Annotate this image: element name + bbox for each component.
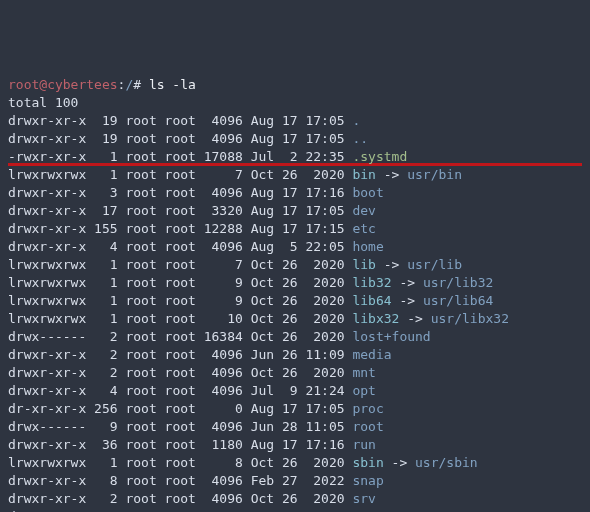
nlinks: 19 <box>86 113 125 128</box>
group: root <box>165 221 196 236</box>
ls-row: drwxr-xr-x 4 root root 4096 Jul 9 21:24 … <box>8 382 582 400</box>
nlinks: 8 <box>86 473 125 488</box>
nlinks: 1 <box>86 455 125 470</box>
owner: root <box>125 347 156 362</box>
nlinks: 19 <box>86 131 125 146</box>
perm: drwxr-xr-x <box>8 383 86 398</box>
date: Aug 5 22:05 <box>251 239 353 254</box>
size: 9 <box>196 293 251 308</box>
filename: lib <box>352 257 375 272</box>
group: root <box>165 401 196 416</box>
size: 4096 <box>196 419 251 434</box>
nlinks: 1 <box>86 275 125 290</box>
ls-row: -rwxr-xr-x 1 root root 17088 Jul 2 22:35… <box>8 148 582 166</box>
ls-row: lrwxrwxrwx 1 root root 7 Oct 26 2020 lib… <box>8 256 582 274</box>
perm: drwx------ <box>8 419 86 434</box>
total-label: total 100 <box>8 95 78 110</box>
perm: drwxr-xr-x <box>8 491 86 506</box>
filename: .systmd <box>352 149 407 164</box>
perm: drwxr-xr-x <box>8 473 86 488</box>
link-target: usr/bin <box>407 167 462 182</box>
group: root <box>165 293 196 308</box>
group: root <box>165 383 196 398</box>
owner: root <box>125 131 156 146</box>
perm: drwxr-xr-x <box>8 131 86 146</box>
owner: root <box>125 437 156 452</box>
ls-row: drwxr-xr-x 2 root root 4096 Oct 26 2020 … <box>8 490 582 508</box>
group: root <box>165 419 196 434</box>
date: Aug 17 17:15 <box>251 221 353 236</box>
date: Jul 2 22:35 <box>251 149 353 164</box>
filename: media <box>352 347 391 362</box>
perm: drwxr-xr-x <box>8 221 86 236</box>
owner: root <box>125 149 156 164</box>
nlinks: 155 <box>86 221 125 236</box>
filename: sbin <box>352 455 383 470</box>
ls-row: drwxr-xr-x 36 root root 1180 Aug 17 17:1… <box>8 436 582 454</box>
nlinks: 256 <box>86 401 125 416</box>
size: 4096 <box>196 239 251 254</box>
date: Oct 26 2020 <box>251 167 353 182</box>
perm: lrwxrwxrwx <box>8 167 86 182</box>
size: 17088 <box>196 149 251 164</box>
group: root <box>165 257 196 272</box>
size: 4096 <box>196 365 251 380</box>
nlinks: 17 <box>86 203 125 218</box>
ls-row: drwxr-xr-x 4 root root 4096 Aug 5 22:05 … <box>8 238 582 256</box>
command-text[interactable]: ls -la <box>149 77 196 92</box>
perm: lrwxrwxrwx <box>8 455 86 470</box>
date: Aug 17 17:05 <box>251 203 353 218</box>
filename: mnt <box>352 365 375 380</box>
filename: proc <box>352 401 383 416</box>
terminal[interactable]: root@cybertees:/# ls -latotal 100drwxr-x… <box>8 76 582 512</box>
ls-row: lrwxrwxrwx 1 root root 8 Oct 26 2020 sbi… <box>8 454 582 472</box>
filename: libx32 <box>352 311 399 326</box>
filename: root <box>352 419 383 434</box>
filename: snap <box>352 473 383 488</box>
size: 12288 <box>196 221 251 236</box>
ls-row: lrwxrwxrwx 1 root root 10 Oct 26 2020 li… <box>8 310 582 328</box>
owner: root <box>125 383 156 398</box>
filename: dev <box>352 203 375 218</box>
perm: lrwxrwxrwx <box>8 293 86 308</box>
date: Oct 26 2020 <box>251 275 353 290</box>
size: 8 <box>196 455 251 470</box>
total-line: total 100 <box>8 94 582 112</box>
link-target: usr/libx32 <box>431 311 509 326</box>
owner: root <box>125 275 156 290</box>
link-target: usr/lib64 <box>423 293 493 308</box>
date: Oct 26 2020 <box>251 293 353 308</box>
size: 0 <box>196 401 251 416</box>
filename: etc <box>352 221 375 236</box>
ls-row: drwx------ 9 root root 4096 Jun 28 11:05… <box>8 418 582 436</box>
ls-row: lrwxrwxrwx 1 root root 7 Oct 26 2020 bin… <box>8 166 582 184</box>
filename: srv <box>352 491 375 506</box>
filename: lost+found <box>352 329 430 344</box>
nlinks: 1 <box>86 311 125 326</box>
group: root <box>165 455 196 470</box>
ls-row: drwx------ 2 root root 16384 Oct 26 2020… <box>8 328 582 346</box>
perm: -rwxr-xr-x <box>8 149 86 164</box>
filename: lib64 <box>352 293 391 308</box>
arrow-icon: -> <box>392 293 423 308</box>
date: Aug 17 17:05 <box>251 401 353 416</box>
perm: drwxr-xr-x <box>8 185 86 200</box>
prompt-hash: # <box>133 77 149 92</box>
filename: bin <box>352 167 375 182</box>
arrow-icon: -> <box>376 257 407 272</box>
group: root <box>165 365 196 380</box>
nlinks: 2 <box>86 347 125 362</box>
date: Oct 26 2020 <box>251 365 353 380</box>
nlinks: 2 <box>86 365 125 380</box>
size: 1180 <box>196 437 251 452</box>
filename: run <box>352 437 375 452</box>
size: 4096 <box>196 131 251 146</box>
owner: root <box>125 239 156 254</box>
owner: root <box>125 113 156 128</box>
nlinks: 1 <box>86 293 125 308</box>
prompt-line: root@cybertees:/# ls -la <box>8 76 582 94</box>
filename: lib32 <box>352 275 391 290</box>
perm: dr-xr-xr-x <box>8 401 86 416</box>
group: root <box>165 113 196 128</box>
owner: root <box>125 365 156 380</box>
